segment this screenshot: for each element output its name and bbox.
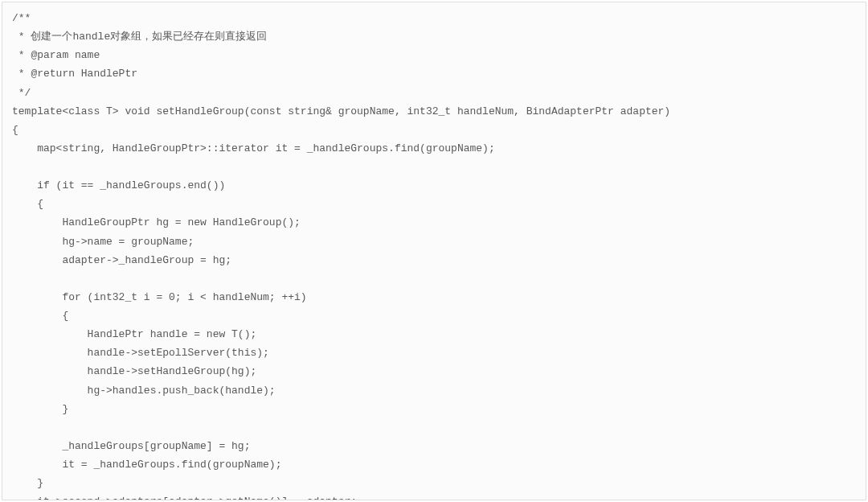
code-snippet: /** * 创建一个handle对象组，如果已经存在则直接返回 * @param… bbox=[2, 2, 866, 500]
